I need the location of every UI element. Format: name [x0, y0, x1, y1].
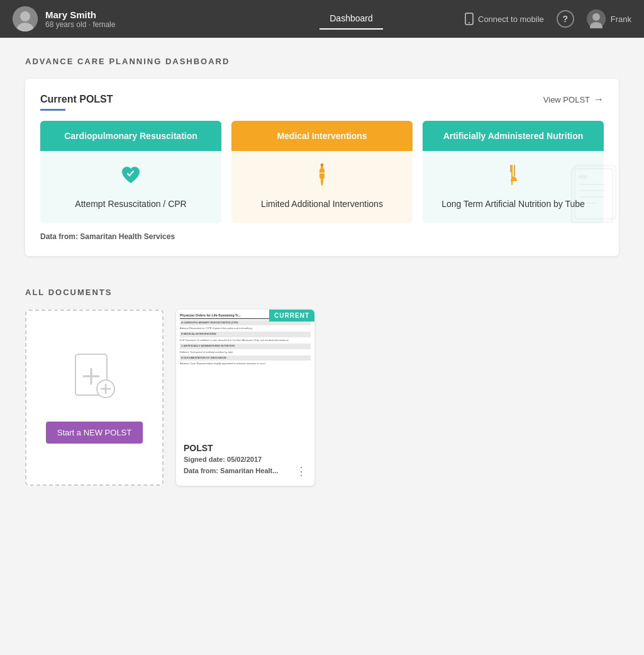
- svg-rect-17: [572, 169, 613, 222]
- data-from-label: Data from:: [40, 232, 78, 241]
- panel-medical: Medical Interventions Limited Additional…: [231, 121, 413, 223]
- help-icon: ?: [563, 14, 569, 24]
- mobile-icon: [464, 13, 474, 25]
- nav-dashboard[interactable]: Dashboard: [319, 8, 383, 30]
- user-menu[interactable]: Frank: [587, 9, 631, 28]
- polst-doc-title: POLST: [184, 443, 307, 453]
- polst-panels: Cardiopulmonary Resuscitation Attempt Re…: [40, 121, 604, 223]
- main-content: ADVANCE CARE PLANNING DASHBOARD Current …: [0, 38, 644, 505]
- user-name: Frank: [611, 14, 631, 24]
- svg-rect-13: [511, 165, 513, 185]
- panel-nutrition-header-label: Artificially Administered Nutrition: [443, 131, 584, 141]
- header-right: Connect to mobile ? Frank: [464, 9, 631, 28]
- current-badge: CURRENT: [269, 310, 314, 322]
- patient-info: Mary Smith 68 years old · female: [45, 9, 115, 29]
- current-polst-label: Current POLST: [40, 94, 113, 105]
- cpr-heart-icon: [119, 164, 142, 191]
- polst-data-from-label: Data from:: [184, 467, 218, 474]
- svg-rect-15: [510, 165, 511, 172]
- svg-point-6: [592, 13, 600, 21]
- user-avatar: [587, 9, 606, 28]
- polst-data-from-value: Samaritan Healt...: [220, 467, 278, 474]
- svg-rect-12: [321, 164, 323, 166]
- patient-avatar: [13, 6, 38, 31]
- polst-data-from: Data from: Samaritan Healt...: [184, 467, 278, 474]
- polst-signed-date: Signed date: 05/02/2017: [184, 456, 307, 463]
- current-polst-card: Current POLST View POLST → Cardiopulmona…: [25, 79, 619, 256]
- polst-more-button[interactable]: ⋮: [296, 466, 307, 477]
- new-document-icon: [72, 351, 116, 409]
- polst-card-footer: Data from: Samaritan Healt... ⋮: [184, 466, 307, 477]
- app-header: Mary Smith 68 years old · female Dashboa…: [0, 0, 644, 38]
- data-from-source: Samaritan Health Services: [80, 232, 175, 241]
- all-documents-title: ALL DOCUMENTS: [25, 288, 619, 297]
- documents-grid: Start a NEW POLST Physician Orders for L…: [25, 310, 619, 486]
- panel-cpr-header-label: Cardiopulmonary Resuscitation: [64, 131, 197, 141]
- patient-name: Mary Smith: [45, 9, 115, 20]
- svg-rect-22: [578, 175, 587, 179]
- patient-age-gender: 68 years old · female: [45, 20, 115, 29]
- signed-label: Signed date:: [184, 456, 225, 463]
- header-left: Mary Smith 68 years old · female: [13, 6, 238, 31]
- medical-syringe-icon: [312, 164, 332, 191]
- panel-cpr-text: Attempt Resuscitation / CPR: [75, 198, 186, 211]
- panel-medical-header: Medical Interventions: [231, 121, 413, 151]
- connect-mobile-label: Connect to mobile: [478, 14, 544, 24]
- panel-medical-text: Limited Additional Interventions: [261, 198, 383, 211]
- polst-card-info: POLST Signed date: 05/02/2017 Data from:…: [176, 435, 314, 484]
- polst-label-container: Current POLST: [40, 94, 113, 111]
- panel-cpr-body: Attempt Resuscitation / CPR: [40, 151, 221, 223]
- help-button[interactable]: ?: [557, 10, 574, 28]
- panel-medical-body: Limited Additional Interventions: [231, 151, 413, 223]
- document-decoration-icon: [569, 162, 625, 244]
- data-from: Data from: Samaritan Health Services: [40, 232, 604, 241]
- svg-rect-16: [575, 165, 616, 219]
- arrow-icon: →: [594, 94, 604, 105]
- polst-card-header: Current POLST View POLST →: [40, 94, 604, 111]
- main-nav: Dashboard: [238, 8, 464, 30]
- page-title: ADVANCE CARE PLANNING DASHBOARD: [25, 57, 619, 66]
- polst-preview: Physician Orders for Life-Sustaining Tr.…: [176, 310, 314, 435]
- start-new-polst-button[interactable]: Start a NEW POLST: [46, 422, 143, 444]
- view-polst-link[interactable]: View POLST →: [543, 94, 604, 105]
- underline-bar: [40, 109, 65, 111]
- user-avatar-icon: [587, 9, 606, 28]
- svg-point-1: [20, 11, 30, 21]
- view-polst-label: View POLST: [543, 95, 590, 104]
- new-polst-card: Start a NEW POLST: [25, 310, 164, 486]
- svg-rect-11: [319, 172, 325, 174]
- nutrition-fork-icon: [503, 164, 523, 191]
- svg-rect-14: [514, 165, 515, 176]
- panel-nutrition-text: Long Term Artificial Nutrition by Tube: [441, 198, 585, 211]
- panel-cpr-header: Cardiopulmonary Resuscitation: [40, 121, 221, 151]
- svg-marker-10: [321, 182, 323, 186]
- signed-date-value: 05/02/2017: [227, 456, 262, 463]
- connect-mobile-button[interactable]: Connect to mobile: [464, 13, 544, 25]
- panel-medical-header-label: Medical Interventions: [277, 131, 367, 141]
- svg-point-4: [469, 22, 470, 23]
- panel-cpr: Cardiopulmonary Resuscitation Attempt Re…: [40, 121, 221, 223]
- polst-document-card[interactable]: Physician Orders for Life-Sustaining Tr.…: [176, 310, 314, 486]
- panel-nutrition-header: Artificially Administered Nutrition: [423, 121, 604, 151]
